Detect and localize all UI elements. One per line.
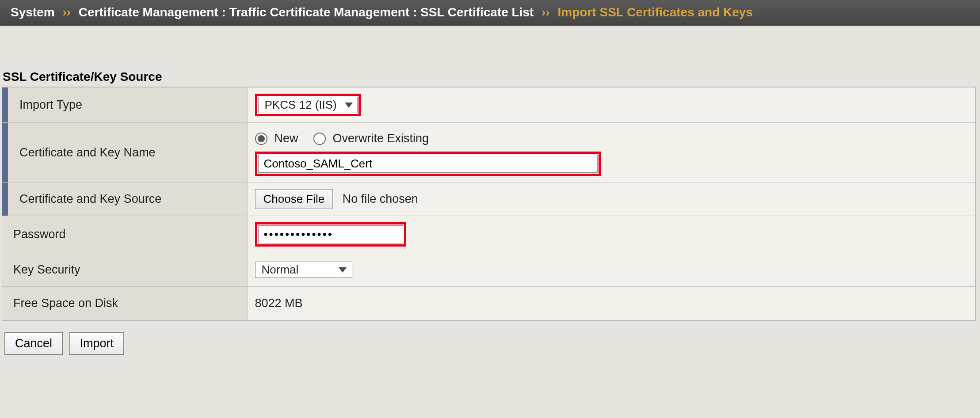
button-row: Cancel Import	[2, 321, 980, 366]
label-cert-key-name: Certificate and Key Name	[8, 123, 248, 182]
value-cert-key-name: New Overwrite Existing	[248, 123, 976, 182]
label-free-space: Free Space on Disk	[2, 287, 248, 321]
value-cert-key-source: Choose File No file chosen	[248, 182, 976, 216]
row-accent	[2, 87, 8, 123]
import-type-value: PKCS 12 (IIS)	[265, 98, 337, 112]
radio-overwrite-label[interactable]: Overwrite Existing	[333, 132, 429, 145]
cancel-button[interactable]: Cancel	[4, 332, 63, 355]
breadcrumb: System ›› Certificate Management : Traff…	[0, 0, 980, 26]
breadcrumb-separator-1: ››	[58, 5, 75, 19]
cert-key-name-input[interactable]	[258, 155, 598, 173]
radio-new[interactable]	[255, 133, 267, 145]
row-free-space: Free Space on Disk 8022 MB	[2, 287, 976, 321]
label-cert-key-source: Certificate and Key Source	[8, 182, 248, 216]
highlight-password	[255, 222, 406, 247]
choose-file-button[interactable]: Choose File	[255, 189, 333, 209]
highlight-cert-name	[255, 152, 601, 176]
value-import-type: PKCS 12 (IIS)	[248, 87, 976, 123]
value-key-security: Normal	[248, 253, 976, 287]
row-cert-key-name: Certificate and Key Name New Overwrite E…	[2, 123, 976, 182]
row-cert-key-source: Certificate and Key Source Choose File N…	[2, 182, 976, 216]
breadcrumb-root[interactable]: System	[11, 5, 55, 19]
radio-new-label[interactable]: New	[275, 132, 298, 145]
value-password	[248, 216, 976, 253]
label-import-type: Import Type	[8, 87, 248, 123]
file-status: No file chosen	[343, 192, 418, 205]
form-table: Import Type PKCS 12 (IIS) Certificate an…	[2, 87, 976, 321]
row-password: Password	[2, 216, 976, 253]
key-security-value: Normal	[262, 263, 299, 277]
chevron-down-icon	[345, 103, 353, 108]
password-input[interactable]	[258, 225, 403, 243]
highlight-import-type: PKCS 12 (IIS)	[255, 94, 361, 116]
value-free-space: 8022 MB	[248, 287, 976, 321]
content-area: SSL Certificate/Key Source Import Type P…	[0, 26, 980, 366]
label-password: Password	[2, 216, 248, 253]
row-accent	[2, 123, 8, 182]
row-key-security: Key Security Normal	[2, 253, 976, 287]
section-title: SSL Certificate/Key Source	[2, 70, 980, 87]
cert-name-radio-group: New Overwrite Existing	[255, 129, 969, 145]
chevron-down-icon	[339, 267, 347, 273]
breadcrumb-separator-2: ››	[537, 5, 554, 19]
free-space-text: 8022 MB	[255, 296, 303, 310]
label-key-security: Key Security	[2, 253, 248, 287]
key-security-select[interactable]: Normal	[255, 262, 352, 278]
import-button[interactable]: Import	[69, 332, 125, 355]
row-import-type: Import Type PKCS 12 (IIS)	[2, 87, 976, 123]
breadcrumb-current: Import SSL Certificates and Keys	[558, 5, 753, 19]
radio-overwrite[interactable]	[313, 133, 326, 145]
breadcrumb-path[interactable]: Certificate Management : Traffic Certifi…	[79, 5, 534, 19]
import-type-select[interactable]: PKCS 12 (IIS)	[258, 97, 358, 113]
row-accent	[2, 182, 8, 216]
